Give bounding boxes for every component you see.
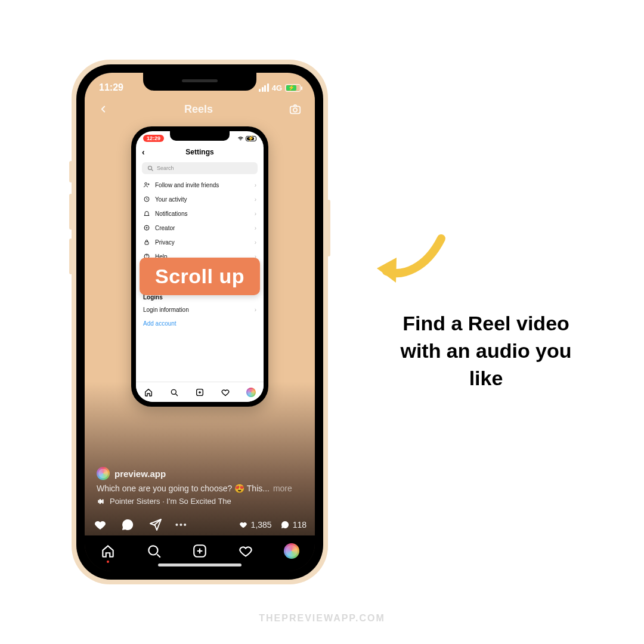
search-placeholder: Search [157,165,174,171]
settings-item-label: Privacy [155,239,175,246]
battery-icon [246,136,256,141]
reel-audio[interactable]: Pointer Sisters · I'm So Excited The [97,497,303,506]
heart-icon [239,520,248,530]
tab-create[interactable] [191,543,208,559]
comment-count[interactable]: 118 [280,520,306,530]
person-add-icon [143,181,150,188]
svg-point-16 [172,389,177,394]
settings-item-label: Creator [155,225,175,231]
lock-icon [143,239,150,246]
svg-line-26 [157,554,160,557]
side-button [69,239,73,274]
username: preview.app [114,469,166,479]
wifi-icon [237,136,244,141]
signal-icon [259,83,269,92]
svg-point-1 [293,108,297,112]
settings-item-login-info[interactable]: Login information› [136,303,264,317]
svg-rect-0 [290,106,301,113]
search-input[interactable]: Search [142,162,258,174]
inner-header: ‹ Settings [136,144,264,160]
tab-home[interactable] [100,543,116,559]
settings-item-label: Notifications [155,210,187,217]
battery-icon [285,84,301,92]
avatar [97,467,110,480]
profile-icon[interactable] [246,388,256,397]
home-icon [100,543,116,559]
like-button[interactable] [93,518,107,532]
link-label: Add account [143,320,177,327]
svg-point-25 [148,546,157,555]
tab-search[interactable] [145,543,162,559]
more-label: more [273,484,292,493]
audio-icon [97,497,105,506]
inner-notch [170,131,230,141]
reel-user[interactable]: preview.app [97,467,303,480]
reel-actions: ••• 1,385 118 [93,518,306,532]
camera-icon[interactable] [289,103,302,116]
svg-point-4 [145,182,147,185]
settings-item-notifications[interactable]: Notifications› [136,206,264,221]
back-icon[interactable] [98,104,109,114]
notch [143,73,256,91]
count-value: 118 [293,520,306,530]
comment-button[interactable] [120,518,135,532]
settings-item-follow[interactable]: Follow and invite friends› [136,178,264,192]
search-icon [146,543,162,559]
side-button [327,200,330,256]
inner-title: Settings [185,148,213,156]
svg-rect-22 [100,499,100,503]
annotation-text: Find a Reel video with an audio you like [388,310,584,392]
search-icon [147,165,154,172]
settings-item-activity[interactable]: Your activity› [136,192,264,206]
svg-rect-23 [101,500,102,503]
arrow-icon [370,227,447,292]
heart-icon[interactable] [221,388,230,397]
status-time: 11:29 [99,82,123,93]
settings-item-creator[interactable]: Creator› [136,221,264,235]
svg-point-8 [144,225,149,230]
more-button[interactable]: ••• [175,520,188,530]
settings-item-privacy[interactable]: Privacy› [136,235,264,249]
phone-body: 11:29 4G Reels [76,64,323,580]
settings-add-account[interactable]: Add account [136,317,264,330]
add-icon [192,543,208,559]
count-value: 1,385 [251,520,272,530]
network-label: 4G [272,83,282,92]
svg-line-3 [151,169,153,171]
inner-tabbar [136,382,264,402]
inner-time: 12:29 [143,135,164,142]
tab-profile[interactable] [283,543,300,559]
audio-text: Pointer Sisters · I'm So Excited The [110,497,231,506]
settings-item-label: Your activity [155,196,187,203]
watermark: THEPREVIEWAPP.COM [0,613,644,624]
svg-rect-10 [145,242,148,245]
settings-item-label: Follow and invite friends [155,182,219,188]
svg-point-2 [148,166,152,170]
share-button[interactable] [148,518,162,532]
creator-icon [143,224,150,231]
search-icon[interactable] [169,388,179,397]
reel-video[interactable]: 12:29 ‹ Settings [85,120,315,490]
svg-rect-24 [103,500,103,503]
home-indicator [158,564,242,566]
overlay-badge: Scroll up [140,258,260,295]
add-icon[interactable] [195,388,205,397]
side-button [69,161,73,182]
reel-caption[interactable]: Which one are you going to choose? 😍 Thi… [97,484,303,493]
settings-list: Follow and invite friends› Your activity… [136,177,264,332]
page-title: Reels [184,103,213,116]
phone-frame: 11:29 4G Reels [72,60,328,584]
screen: 11:29 4G Reels [85,73,315,571]
caption-text: Which one are you going to choose? 😍 Thi… [97,484,270,493]
like-count[interactable]: 1,385 [239,520,272,530]
settings-item-label: Login information [143,306,189,313]
home-icon[interactable] [144,388,153,397]
back-icon[interactable]: ‹ [142,147,145,157]
tab-activity[interactable] [237,543,254,559]
bell-icon [143,210,150,217]
notification-dot [107,561,109,563]
svg-rect-21 [98,500,99,503]
reels-header: Reels [85,97,315,120]
svg-point-9 [146,227,147,228]
status-right: 4G [259,83,301,92]
